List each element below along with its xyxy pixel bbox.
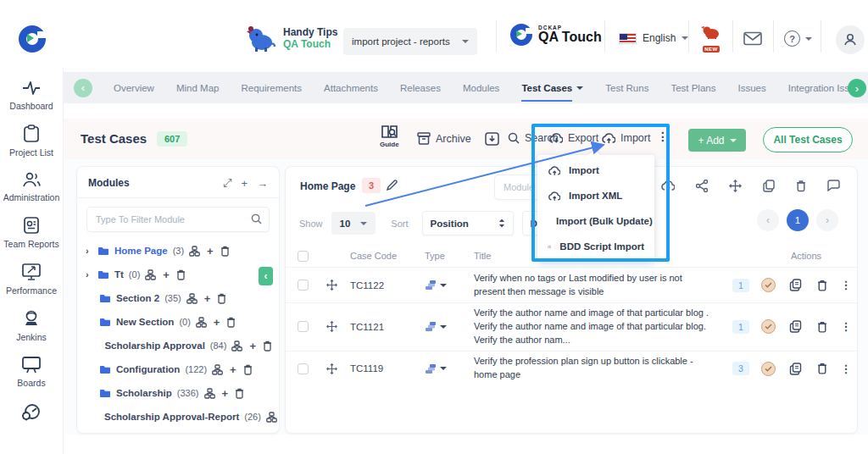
drag-move-icon[interactable]	[326, 321, 337, 332]
tab-overview[interactable]: Overview	[103, 72, 165, 103]
sidebar-item-boards[interactable]: Boards	[17, 356, 45, 388]
trash-icon[interactable]	[226, 317, 236, 328]
hierarchy-icon[interactable]	[196, 317, 207, 328]
status-check-icon[interactable]	[761, 319, 776, 334]
module-item-new-section[interactable]: New Section (0) +	[86, 310, 272, 334]
qatouch-logo-icon[interactable]	[19, 25, 46, 53]
add-submodule-icon[interactable]: +	[204, 292, 211, 305]
share-button[interactable]	[696, 180, 708, 192]
row-more-button[interactable]: ⋮	[841, 363, 852, 375]
trash-icon[interactable]	[235, 388, 244, 399]
duplicate-case-button[interactable]	[789, 320, 802, 333]
row-more-button[interactable]: ⋮	[841, 279, 852, 291]
export-button[interactable]: Export	[548, 132, 598, 144]
chevron-right-icon[interactable]: ›	[86, 269, 92, 280]
status-check-icon[interactable]	[761, 362, 776, 376]
module-item-tt[interactable]: › Tt (0) +	[86, 263, 272, 286]
delete-case-button[interactable]	[817, 321, 827, 333]
case-code[interactable]: TC1121	[350, 322, 425, 332]
row-checkbox[interactable]	[298, 363, 309, 374]
all-test-cases-button[interactable]: All Test Cases	[763, 127, 853, 152]
sidebar-item-dashboard[interactable]: Dashboard	[9, 80, 53, 111]
current-page-button[interactable]: 1	[787, 209, 809, 231]
prev-page-button[interactable]: ‹	[757, 209, 779, 231]
add-button[interactable]: + Add	[688, 129, 746, 152]
hierarchy-icon[interactable]	[145, 269, 156, 280]
tab-modules[interactable]: Modules	[452, 72, 510, 103]
menu-item-import-bulk-update[interactable]: Import (Bulk Update)	[537, 208, 654, 234]
language-selector[interactable]: English	[619, 32, 688, 44]
case-code[interactable]: TC1119	[350, 363, 425, 374]
profile-menu[interactable]	[836, 25, 868, 54]
select-all-checkbox[interactable]	[298, 251, 309, 262]
module-item-scholarship-approval[interactable]: Scholarship Approval (84) +	[86, 334, 272, 357]
duplicate-case-button[interactable]	[789, 363, 802, 375]
module-item-section-2[interactable]: Section 2 (35) +	[86, 286, 272, 310]
drag-move-icon[interactable]	[326, 280, 337, 291]
add-submodule-icon[interactable]: +	[249, 340, 256, 352]
case-title[interactable]: Verify the author name and image of that…	[474, 307, 726, 347]
comment-button[interactable]	[827, 180, 840, 192]
tab-issues[interactable]: Issues	[726, 72, 776, 103]
trash-icon[interactable]	[176, 269, 186, 280]
menu-item-import-xml[interactable]: Import XML	[537, 183, 654, 208]
row-checkbox[interactable]	[298, 280, 309, 291]
tab-mind-map[interactable]: Mind Map	[165, 72, 231, 103]
download-button[interactable]	[485, 132, 499, 146]
delete-case-button[interactable]	[817, 280, 827, 291]
module-item-scholarship[interactable]: Scholarship (336) +	[86, 381, 272, 405]
module-filter-input[interactable]	[86, 207, 270, 232]
row-more-button[interactable]: ⋮	[841, 320, 852, 333]
hierarchy-icon[interactable]	[186, 293, 198, 304]
trash-icon[interactable]	[243, 364, 253, 375]
trash-icon[interactable]	[220, 246, 230, 257]
page-size-select[interactable]: 10	[331, 212, 376, 235]
row-checkbox[interactable]	[298, 321, 309, 332]
case-code[interactable]: TC1122	[350, 280, 425, 291]
archive-button[interactable]: Archive	[417, 132, 471, 145]
tabs-scroll-right-button[interactable]: ›	[848, 79, 866, 97]
tab-test-runs[interactable]: Test Runs	[594, 72, 659, 103]
trash-icon[interactable]	[263, 340, 272, 352]
sidebar-item-team-reports[interactable]: Team Reports	[3, 216, 58, 249]
status-check-icon[interactable]	[761, 278, 776, 292]
collapse-panel-button[interactable]: ‹	[259, 267, 273, 285]
handy-tips[interactable]: Handy Tips QA Touch	[246, 24, 337, 53]
case-type-select[interactable]	[425, 363, 474, 374]
case-type-select[interactable]	[425, 280, 474, 291]
chevron-right-icon[interactable]: ›	[86, 246, 92, 256]
hierarchy-icon[interactable]	[204, 388, 215, 399]
brand-logo[interactable]: DCKAP QA Touch	[510, 24, 602, 46]
sidebar-item-jenkins[interactable]: Jenkins	[16, 309, 47, 342]
hierarchy-icon[interactable]	[189, 246, 200, 257]
sidebar-item-administration[interactable]: Administration	[3, 171, 60, 202]
add-submodule-icon[interactable]: +	[163, 269, 170, 281]
tab-test-cases[interactable]: Test Cases	[510, 72, 594, 103]
import-button[interactable]: Import	[601, 132, 650, 144]
hierarchy-icon[interactable]	[231, 340, 242, 352]
module-item-configuration[interactable]: Configuration (122) +	[86, 357, 272, 381]
add-module-icon[interactable]: +	[241, 177, 248, 190]
copy-button[interactable]	[763, 180, 775, 192]
module-item-home-page[interactable]: › Home Page (3) +	[86, 239, 272, 263]
sidebar-item-automation[interactable]	[20, 401, 42, 422]
case-title[interactable]: Verify the profession plan sign up butto…	[474, 355, 726, 382]
tabs-scroll-left-button[interactable]: ‹	[74, 79, 92, 97]
menu-item-bdd-script-import[interactable]: BDD Script Import	[537, 234, 654, 259]
add-submodule-icon[interactable]: +	[230, 363, 236, 376]
delete-button[interactable]	[796, 180, 806, 192]
delete-case-button[interactable]	[817, 363, 827, 374]
add-submodule-icon[interactable]: +	[207, 245, 214, 257]
more-actions-button[interactable]: ⋮	[657, 130, 669, 143]
trash-icon[interactable]	[217, 293, 226, 304]
next-page-button[interactable]: ›	[816, 209, 838, 231]
sort-field-select[interactable]: Position	[422, 211, 514, 235]
upload-cases-button[interactable]	[660, 180, 675, 192]
hierarchy-icon[interactable]	[212, 364, 223, 375]
case-title[interactable]: Verify when no tags or Last modified by …	[474, 272, 726, 299]
add-submodule-icon[interactable]: +	[214, 316, 220, 329]
edit-pencil-icon[interactable]	[386, 179, 398, 191]
project-select[interactable]: import project - reports	[343, 28, 477, 55]
help-menu[interactable]: ?	[784, 30, 812, 47]
messages-button[interactable]	[743, 31, 762, 49]
